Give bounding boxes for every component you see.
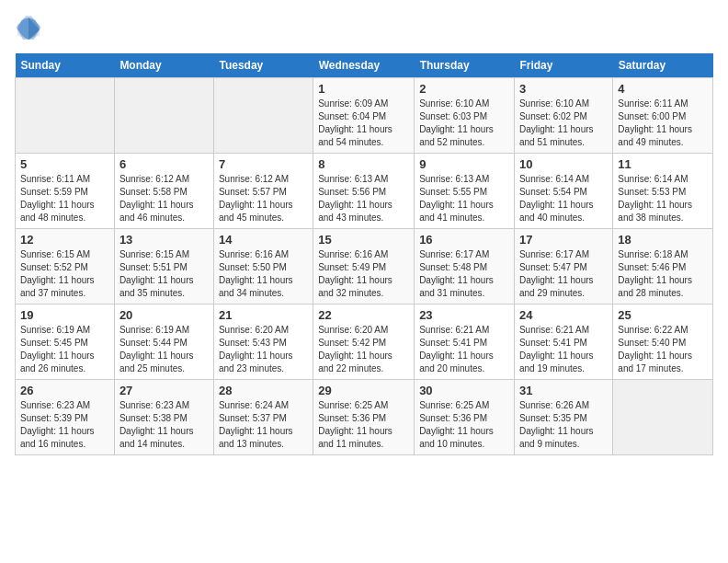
- calendar-cell: 20Sunrise: 6:19 AM Sunset: 5:44 PM Dayli…: [114, 304, 213, 380]
- calendar-cell: 25Sunrise: 6:22 AM Sunset: 5:40 PM Dayli…: [613, 304, 713, 380]
- calendar-week-row: 5Sunrise: 6:11 AM Sunset: 5:59 PM Daylig…: [16, 154, 713, 229]
- day-info: Sunrise: 6:10 AM Sunset: 6:02 PM Dayligh…: [519, 98, 608, 149]
- calendar-cell: 16Sunrise: 6:17 AM Sunset: 5:48 PM Dayli…: [415, 229, 515, 304]
- day-number: 21: [219, 308, 308, 322]
- calendar-cell: 5Sunrise: 6:11 AM Sunset: 5:59 PM Daylig…: [16, 154, 115, 229]
- logo-icon: [15, 15, 42, 42]
- day-info: Sunrise: 6:13 AM Sunset: 5:56 PM Dayligh…: [318, 173, 409, 224]
- day-number: 14: [219, 233, 308, 247]
- calendar-cell: 29Sunrise: 6:25 AM Sunset: 5:36 PM Dayli…: [313, 380, 415, 455]
- day-number: 9: [419, 157, 509, 171]
- day-info: Sunrise: 6:11 AM Sunset: 5:59 PM Dayligh…: [20, 173, 109, 224]
- day-number: 8: [318, 157, 409, 171]
- day-number: 17: [519, 233, 608, 247]
- calendar-cell: 26Sunrise: 6:23 AM Sunset: 5:39 PM Dayli…: [16, 380, 115, 455]
- calendar-week-row: 1Sunrise: 6:09 AM Sunset: 6:04 PM Daylig…: [16, 78, 713, 154]
- day-info: Sunrise: 6:25 AM Sunset: 5:36 PM Dayligh…: [419, 399, 509, 451]
- calendar-cell: 15Sunrise: 6:16 AM Sunset: 5:49 PM Dayli…: [313, 229, 415, 304]
- logo: [15, 15, 46, 42]
- day-info: Sunrise: 6:15 AM Sunset: 5:51 PM Dayligh…: [119, 248, 209, 300]
- calendar-cell: 24Sunrise: 6:21 AM Sunset: 5:41 PM Dayli…: [514, 304, 612, 380]
- calendar-week-row: 26Sunrise: 6:23 AM Sunset: 5:39 PM Dayli…: [16, 380, 713, 455]
- day-info: Sunrise: 6:15 AM Sunset: 5:52 PM Dayligh…: [20, 248, 109, 300]
- day-number: 16: [419, 233, 509, 247]
- day-info: Sunrise: 6:21 AM Sunset: 5:41 PM Dayligh…: [519, 324, 608, 375]
- calendar-cell: 3Sunrise: 6:10 AM Sunset: 6:02 PM Daylig…: [514, 78, 612, 154]
- day-number: 12: [20, 233, 109, 247]
- calendar-cell: 28Sunrise: 6:24 AM Sunset: 5:37 PM Dayli…: [213, 380, 313, 455]
- day-info: Sunrise: 6:14 AM Sunset: 5:53 PM Dayligh…: [618, 173, 708, 224]
- day-number: 3: [519, 82, 608, 96]
- day-info: Sunrise: 6:13 AM Sunset: 5:55 PM Dayligh…: [419, 173, 509, 224]
- day-info: Sunrise: 6:19 AM Sunset: 5:44 PM Dayligh…: [119, 324, 209, 375]
- day-number: 29: [318, 384, 409, 397]
- day-info: Sunrise: 6:25 AM Sunset: 5:36 PM Dayligh…: [318, 399, 409, 451]
- day-info: Sunrise: 6:14 AM Sunset: 5:54 PM Dayligh…: [519, 173, 608, 224]
- day-info: Sunrise: 6:12 AM Sunset: 5:58 PM Dayligh…: [119, 173, 209, 224]
- day-info: Sunrise: 6:16 AM Sunset: 5:50 PM Dayligh…: [219, 248, 308, 300]
- calendar-cell: 4Sunrise: 6:11 AM Sunset: 6:00 PM Daylig…: [613, 78, 713, 154]
- weekday-header: Wednesday: [313, 53, 415, 78]
- day-number: 5: [20, 157, 109, 171]
- calendar-cell: 19Sunrise: 6:19 AM Sunset: 5:45 PM Dayli…: [16, 304, 115, 380]
- day-info: Sunrise: 6:23 AM Sunset: 5:39 PM Dayligh…: [20, 399, 109, 451]
- calendar-cell: [114, 78, 213, 154]
- day-number: 30: [419, 384, 509, 397]
- day-info: Sunrise: 6:17 AM Sunset: 5:48 PM Dayligh…: [419, 248, 509, 300]
- calendar-cell: 21Sunrise: 6:20 AM Sunset: 5:43 PM Dayli…: [213, 304, 313, 380]
- header-row: SundayMondayTuesdayWednesdayThursdayFrid…: [16, 53, 713, 78]
- calendar-cell: 8Sunrise: 6:13 AM Sunset: 5:56 PM Daylig…: [313, 154, 415, 229]
- weekday-header: Tuesday: [213, 53, 313, 78]
- day-number: 20: [119, 308, 209, 322]
- day-number: 18: [618, 233, 708, 247]
- calendar-cell: 18Sunrise: 6:18 AM Sunset: 5:46 PM Dayli…: [613, 229, 713, 304]
- day-number: 31: [519, 384, 608, 397]
- day-number: 23: [419, 308, 509, 322]
- calendar-cell: 14Sunrise: 6:16 AM Sunset: 5:50 PM Dayli…: [213, 229, 313, 304]
- day-number: 25: [618, 308, 708, 322]
- day-number: 4: [618, 82, 708, 96]
- day-info: Sunrise: 6:12 AM Sunset: 5:57 PM Dayligh…: [219, 173, 308, 224]
- page-header: [15, 15, 713, 42]
- day-info: Sunrise: 6:21 AM Sunset: 5:41 PM Dayligh…: [419, 324, 509, 375]
- day-info: Sunrise: 6:26 AM Sunset: 5:35 PM Dayligh…: [519, 399, 608, 451]
- calendar-table: SundayMondayTuesdayWednesdayThursdayFrid…: [15, 53, 713, 455]
- day-number: 24: [519, 308, 608, 322]
- calendar-week-row: 19Sunrise: 6:19 AM Sunset: 5:45 PM Dayli…: [16, 304, 713, 380]
- day-number: 10: [519, 157, 608, 171]
- day-number: 6: [119, 157, 209, 171]
- calendar-cell: 10Sunrise: 6:14 AM Sunset: 5:54 PM Dayli…: [514, 154, 612, 229]
- weekday-header: Friday: [514, 53, 612, 78]
- day-number: 2: [419, 82, 509, 96]
- day-number: 11: [618, 157, 708, 171]
- day-number: 19: [20, 308, 109, 322]
- calendar-cell: 9Sunrise: 6:13 AM Sunset: 5:55 PM Daylig…: [415, 154, 515, 229]
- weekday-header: Monday: [114, 53, 213, 78]
- weekday-header: Sunday: [16, 53, 115, 78]
- calendar-cell: [613, 380, 713, 455]
- calendar-cell: 22Sunrise: 6:20 AM Sunset: 5:42 PM Dayli…: [313, 304, 415, 380]
- calendar-cell: 12Sunrise: 6:15 AM Sunset: 5:52 PM Dayli…: [16, 229, 115, 304]
- calendar-cell: 11Sunrise: 6:14 AM Sunset: 5:53 PM Dayli…: [613, 154, 713, 229]
- day-info: Sunrise: 6:23 AM Sunset: 5:38 PM Dayligh…: [119, 399, 209, 451]
- calendar-cell: 7Sunrise: 6:12 AM Sunset: 5:57 PM Daylig…: [213, 154, 313, 229]
- day-info: Sunrise: 6:20 AM Sunset: 5:43 PM Dayligh…: [219, 324, 308, 375]
- calendar-cell: 13Sunrise: 6:15 AM Sunset: 5:51 PM Dayli…: [114, 229, 213, 304]
- day-info: Sunrise: 6:09 AM Sunset: 6:04 PM Dayligh…: [318, 98, 409, 149]
- weekday-header: Thursday: [415, 53, 515, 78]
- calendar-cell: 17Sunrise: 6:17 AM Sunset: 5:47 PM Dayli…: [514, 229, 612, 304]
- day-number: 26: [20, 384, 109, 397]
- day-info: Sunrise: 6:16 AM Sunset: 5:49 PM Dayligh…: [318, 248, 409, 300]
- calendar-cell: 31Sunrise: 6:26 AM Sunset: 5:35 PM Dayli…: [514, 380, 612, 455]
- day-info: Sunrise: 6:20 AM Sunset: 5:42 PM Dayligh…: [318, 324, 409, 375]
- day-info: Sunrise: 6:11 AM Sunset: 6:00 PM Dayligh…: [618, 98, 708, 149]
- day-info: Sunrise: 6:22 AM Sunset: 5:40 PM Dayligh…: [618, 324, 708, 375]
- weekday-header: Saturday: [613, 53, 713, 78]
- calendar-cell: 6Sunrise: 6:12 AM Sunset: 5:58 PM Daylig…: [114, 154, 213, 229]
- calendar-cell: 1Sunrise: 6:09 AM Sunset: 6:04 PM Daylig…: [313, 78, 415, 154]
- day-number: 27: [119, 384, 209, 397]
- day-info: Sunrise: 6:10 AM Sunset: 6:03 PM Dayligh…: [419, 98, 509, 149]
- day-number: 15: [318, 233, 409, 247]
- day-info: Sunrise: 6:18 AM Sunset: 5:46 PM Dayligh…: [618, 248, 708, 300]
- day-number: 22: [318, 308, 409, 322]
